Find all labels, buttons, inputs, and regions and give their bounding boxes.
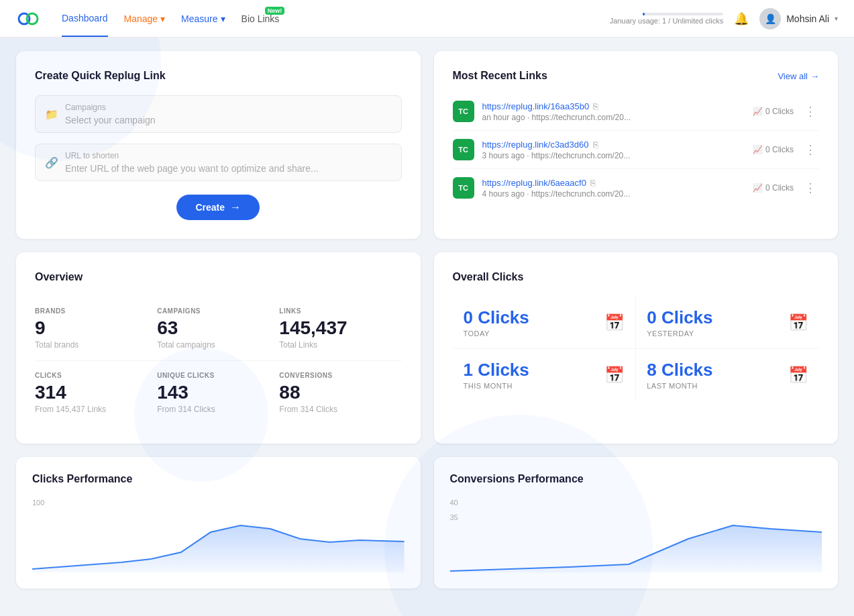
clicks-yesterday-label: YESTERDAY [647, 329, 712, 338]
overall-clicks-card: Overall Clicks 0 Clicks TODAY 📅 0 Clicks… [434, 252, 839, 444]
link-details: https://replug.link/6aeaacf0 ⎘ 4 hours a… [482, 178, 745, 199]
clicks-yesterday-value: 0 Clicks [647, 307, 712, 328]
nav-links: Dashboard Manage ▾ Measure ▾ Bio Links N… [62, 1, 610, 37]
copy-icon[interactable]: ⎘ [593, 101, 598, 111]
bell-icon[interactable]: 🔔 [734, 11, 749, 26]
link-details: https://replug.link/c3ad3d60 ⎘ 3 hours a… [482, 140, 745, 160]
list-item: TC https://replug.link/16aa35b0 ⎘ an hou… [453, 93, 820, 131]
recent-links-header: Most Recent Links View all → [453, 70, 820, 82]
chart-label-40: 40 [450, 499, 458, 507]
arrow-right-icon: → [810, 71, 819, 81]
overview-stat-label: LINKS [279, 307, 401, 315]
chart-label-100: 100 [32, 499, 44, 507]
more-options-icon[interactable]: ⋮ [802, 142, 819, 157]
recent-links-title: Most Recent Links [453, 70, 547, 82]
overview-stat-item: LINKS 145,437 Total Links [279, 297, 401, 360]
campaign-input-wrapper[interactable]: 📁 Campaigns [35, 95, 402, 133]
user-name: Mohsin Ali [786, 13, 829, 24]
link-favicon: TC [453, 139, 474, 160]
conversions-perf-title: Conversions Performance [450, 473, 822, 485]
link-clicks: 📈 0 Clicks [753, 183, 794, 193]
link-details: https://replug.link/16aa35b0 ⎘ an hour a… [482, 101, 745, 122]
logo[interactable] [16, 7, 40, 31]
overview-stat-sub: From 314 Clicks [279, 405, 401, 414]
url-input-wrapper[interactable]: 🔗 URL to shorten [35, 144, 402, 181]
campaign-group: 📁 Campaigns [35, 95, 402, 133]
link-url[interactable]: https://replug.link/c3ad3d60 ⎘ [482, 140, 745, 150]
calendar-icon: 📅 [604, 313, 625, 332]
create-link-title: Create Quick Replug Link [35, 70, 402, 82]
overview-stat-sub: Total campaigns [157, 340, 279, 350]
create-button[interactable]: Create → [176, 195, 260, 220]
link-favicon: TC [453, 177, 474, 199]
calendar-icon: 📅 [788, 313, 808, 332]
clicks-chart-svg [32, 512, 405, 572]
user-menu[interactable]: 👤 Mohsin Ali ▾ [759, 8, 838, 30]
overview-stat-value: 314 [35, 382, 157, 403]
overview-stat-label: UNIQUE CLICKS [157, 372, 279, 379]
clicks-last-month: 8 Clicks LAST MONTH 📅 [636, 349, 819, 401]
link-clicks: 📈 0 Clicks [753, 107, 794, 116]
usage-bar-track [643, 13, 723, 15]
overview-stat-sub: Total brands [35, 340, 157, 350]
chart-icon: 📈 [753, 107, 763, 116]
conversions-chart-svg [450, 512, 822, 572]
clicks-today-label: TODAY [464, 329, 529, 338]
clicks-this-month-label: THIS MONTH [464, 382, 529, 390]
avatar-icon: 👤 [765, 13, 776, 24]
link-url[interactable]: https://replug.link/16aa35b0 ⎘ [482, 101, 745, 111]
more-options-icon[interactable]: ⋮ [802, 181, 819, 195]
nav-manage[interactable]: Manage ▾ [124, 1, 166, 36]
clicks-performance-card: Clicks Performance 100 [16, 457, 421, 588]
calendar-icon: 📅 [788, 366, 808, 384]
clicks-chart: 100 [32, 499, 405, 572]
campaign-label: Campaigns [65, 103, 392, 112]
overview-stat-value: 88 [279, 382, 401, 403]
overview-stat-sub: From 314 Clicks [157, 405, 279, 414]
overview-stat-sub: Total Links [279, 340, 401, 350]
main-content: Create Quick Replug Link 📁 Campaigns 🔗 U… [0, 38, 854, 602]
url-input[interactable] [65, 163, 392, 174]
url-label: URL to shorten [65, 151, 392, 160]
create-link-card: Create Quick Replug Link 📁 Campaigns 🔗 U… [16, 51, 421, 239]
more-options-icon[interactable]: ⋮ [802, 104, 819, 119]
chart-label-35: 35 [450, 513, 458, 521]
overview-stat-label: CONVERSIONS [279, 372, 401, 379]
link-clicks: 📈 0 Clicks [753, 145, 794, 154]
list-item: TC https://replug.link/6aeaacf0 ⎘ 4 hour… [453, 169, 820, 207]
recent-links-card: Most Recent Links View all → TC https://… [434, 51, 839, 239]
conversions-performance-card: Conversions Performance 40 35 [434, 457, 839, 588]
nav-measure[interactable]: Measure ▾ [181, 1, 225, 36]
list-item: TC https://replug.link/c3ad3d60 ⎘ 3 hour… [453, 131, 820, 169]
svg-point-1 [27, 13, 38, 24]
campaign-input[interactable] [65, 115, 392, 125]
link-meta: 3 hours ago · https://techcrunch.com/20.… [482, 151, 745, 160]
copy-icon[interactable]: ⎘ [593, 140, 598, 150]
nav-dashboard[interactable]: Dashboard [62, 1, 108, 37]
overview-stat-value: 9 [35, 317, 157, 339]
clicks-this-month: 1 Clicks THIS MONTH 📅 [453, 349, 636, 401]
overview-stat-label: CAMPAIGNS [157, 307, 279, 315]
overview-stat-item: CAMPAIGNS 63 Total campaigns [157, 297, 279, 360]
overview-stat-label: CLICKS [35, 372, 157, 379]
clicks-last-month-label: LAST MONTH [647, 382, 712, 390]
link-url[interactable]: https://replug.link/6aeaacf0 ⎘ [482, 178, 745, 188]
link-meta: an hour ago · https://techcrunch.com/20.… [482, 113, 745, 122]
overview-grid: BRANDS 9 Total brands CAMPAIGNS 63 Total… [35, 297, 402, 425]
clicks-this-month-value: 1 Clicks [464, 360, 529, 380]
navbar-right: January usage: 1 / Unlimited clicks 🔔 👤 … [610, 8, 838, 30]
view-all-link[interactable]: View all → [778, 71, 819, 81]
usage-bar-fill [643, 13, 644, 15]
link-icon: 🔗 [45, 156, 58, 169]
overview-stat-item: CONVERSIONS 88 From 314 Clicks [279, 360, 401, 425]
chevron-down-icon: ▾ [221, 13, 225, 24]
copy-icon[interactable]: ⎘ [590, 178, 596, 188]
arrow-right-icon: → [230, 201, 241, 213]
overview-stat-label: BRANDS [35, 307, 157, 315]
overview-stat-value: 143 [157, 382, 279, 403]
links-list: TC https://replug.link/16aa35b0 ⎘ an hou… [453, 93, 820, 207]
usage-info: January usage: 1 / Unlimited clicks [610, 13, 723, 25]
nav-biolinks[interactable]: Bio Links New! [242, 1, 280, 36]
clicks-top-row: 0 Clicks TODAY 📅 0 Clicks YESTERDAY 📅 [453, 297, 820, 348]
link-favicon: TC [453, 101, 474, 122]
